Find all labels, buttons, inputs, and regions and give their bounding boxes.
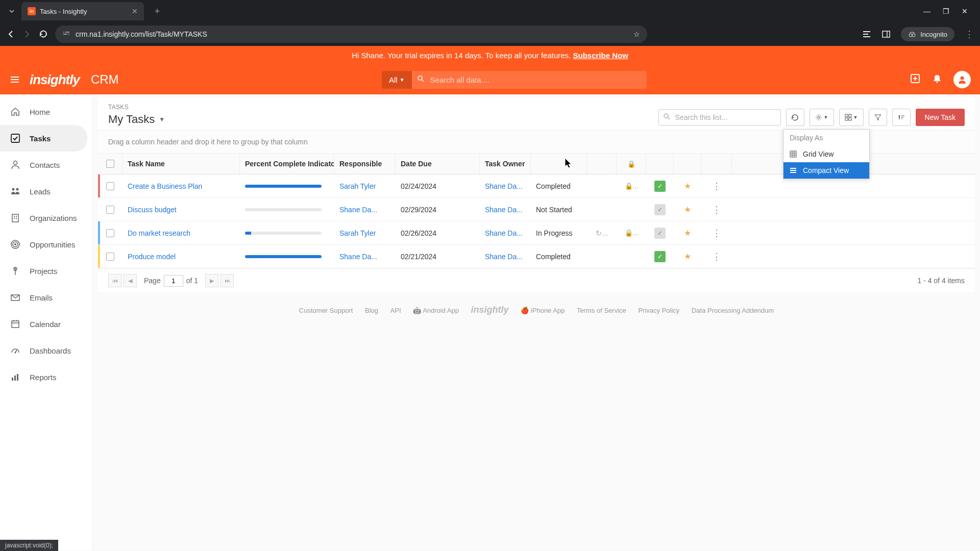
star-toggle[interactable]: ★ [674,176,701,196]
page-input[interactable] [164,275,183,287]
task-name-link[interactable]: Discuss budget [122,201,240,219]
add-button[interactable] [910,73,921,87]
task-name-link[interactable]: Do market research [122,224,240,242]
reload-button[interactable] [39,30,48,39]
owner-link[interactable]: Shane Da... [480,177,531,195]
footer-link[interactable]: Customer Support [299,307,353,314]
responsible-link[interactable]: Sarah Tyler [334,177,396,195]
table-row[interactable]: Discuss budgetShane Da...02/29/2024Shane… [98,198,975,221]
owner-link[interactable]: Shane Da... [480,247,531,266]
prev-page-button[interactable]: ◀ [124,274,137,287]
responsible-link[interactable]: Shane Da... [334,201,396,219]
footer-link[interactable]: API [390,307,401,314]
row-menu-button[interactable]: ⋮ [701,246,732,267]
column-star[interactable] [674,154,701,174]
list-title-dropdown[interactable]: My Tasks ▼ [108,113,165,126]
sidebar-item-reports[interactable]: Reports [0,364,92,390]
hamburger-menu-button[interactable] [9,74,20,85]
footer-link[interactable]: Blog [365,307,378,314]
user-avatar[interactable] [953,71,971,88]
star-toggle[interactable]: ★ [674,199,701,219]
last-page-button[interactable]: ⏭ [220,274,234,287]
sidebar-item-leads[interactable]: Leads [0,178,92,205]
complete-toggle[interactable]: ✓ [646,246,674,267]
new-task-button[interactable]: New Task [916,109,965,126]
task-name-link[interactable]: Create a Business Plan [122,177,240,195]
complete-toggle[interactable]: ✓ [646,176,674,197]
sidebar-item-organizations[interactable]: Organizations [0,205,92,231]
reading-list-icon[interactable] [862,30,871,39]
side-panel-icon[interactable] [881,30,891,39]
column-percent[interactable]: Percent Complete Indicator [240,154,334,174]
column-complete[interactable] [646,154,674,174]
view-mode-button[interactable]: ▼ [839,109,864,126]
sidebar-item-contacts[interactable]: Contacts [0,152,92,178]
minimize-button[interactable]: — [923,7,930,15]
table-row[interactable]: Do market researchSarah Tyler02/26/2024S… [98,221,975,245]
site-info-icon[interactable] [62,30,70,39]
row-checkbox[interactable] [98,247,122,266]
dropdown-item-grid-view[interactable]: Grid View [783,146,869,162]
tab-close-button[interactable]: ✕ [132,7,138,15]
column-visibility[interactable]: 🔒 [617,154,646,174]
footer-link[interactable]: 🍎 iPhone App [521,307,565,314]
table-row[interactable]: Produce modelShane Da...02/21/2024Shane … [98,245,975,268]
close-window-button[interactable]: ✕ [962,7,968,15]
footer-link[interactable]: Data Processing Addendum [692,307,774,314]
app-logo[interactable]: insightly [30,72,80,88]
filter-button[interactable] [869,109,887,126]
responsible-link[interactable]: Shane Da... [334,247,396,266]
select-all-header[interactable] [98,154,122,174]
sidebar-item-dashboards[interactable]: Dashboards [0,337,92,364]
task-name-link[interactable]: Produce model [122,247,240,266]
row-menu-button[interactable]: ⋮ [701,176,732,197]
list-search-input[interactable] [658,109,781,126]
bookmark-icon[interactable]: ☆ [633,30,640,38]
global-search-input[interactable] [412,71,647,89]
search-scope-dropdown[interactable]: All ▼ [382,71,412,89]
url-bar[interactable]: crm.na1.insightly.com/list/Task/MYTASKS … [55,26,647,43]
back-button[interactable] [6,30,15,39]
incognito-badge[interactable]: Incognito [901,27,954,41]
row-checkbox[interactable] [98,177,122,195]
complete-toggle[interactable]: ✓ [646,222,674,244]
sidebar-item-emails[interactable]: Emails [0,284,92,311]
sidebar-item-projects[interactable]: Projects [0,258,92,284]
column-responsible[interactable]: Responsible [334,154,396,174]
tab-list-dropdown[interactable] [4,4,19,19]
column-date-due[interactable]: Date Due [396,154,480,174]
browser-tab[interactable]: in Tasks - Insightly ✕ [21,2,144,20]
first-page-button[interactable]: ⏮ [108,274,121,287]
settings-dropdown-button[interactable]: ▼ [810,109,834,126]
owner-link[interactable]: Shane Da... [480,201,531,219]
sidebar-item-home[interactable]: Home [0,98,92,125]
new-tab-button[interactable]: + [150,4,164,18]
complete-toggle[interactable]: ✓ [646,199,674,220]
row-menu-button[interactable]: ⋮ [701,222,732,244]
column-status[interactable] [531,154,587,174]
column-task-owner[interactable]: Task Owner [480,154,531,174]
sidebar-item-tasks[interactable]: Tasks [0,125,87,152]
responsible-link[interactable]: Sarah Tyler [334,224,396,242]
owner-link[interactable]: Shane Da... [480,224,531,242]
subscribe-link[interactable]: Subscribe Now [573,51,628,60]
row-checkbox[interactable] [98,224,122,242]
footer-link[interactable]: 🤖 Android App [413,307,459,314]
browser-menu-button[interactable]: ⋮ [965,29,974,40]
row-menu-button[interactable]: ⋮ [701,199,732,220]
footer-link[interactable]: Terms of Service [577,307,626,314]
column-recurring[interactable] [587,154,617,174]
notifications-button[interactable] [932,73,942,86]
sidebar-item-calendar[interactable]: Calendar [0,311,92,337]
column-actions[interactable] [701,154,732,174]
sidebar-item-opportunities[interactable]: Opportunities [0,231,92,258]
star-toggle[interactable]: ★ [674,246,701,266]
dropdown-item-compact-view[interactable]: Compact View [783,162,869,179]
maximize-button[interactable]: ❐ [943,7,949,15]
forward-button[interactable] [22,30,32,39]
column-task-name[interactable]: Task Name [122,154,240,174]
sort-button[interactable] [892,109,911,126]
footer-link[interactable]: Privacy Policy [638,307,679,314]
row-checkbox[interactable] [98,201,122,219]
refresh-button[interactable] [786,109,804,126]
